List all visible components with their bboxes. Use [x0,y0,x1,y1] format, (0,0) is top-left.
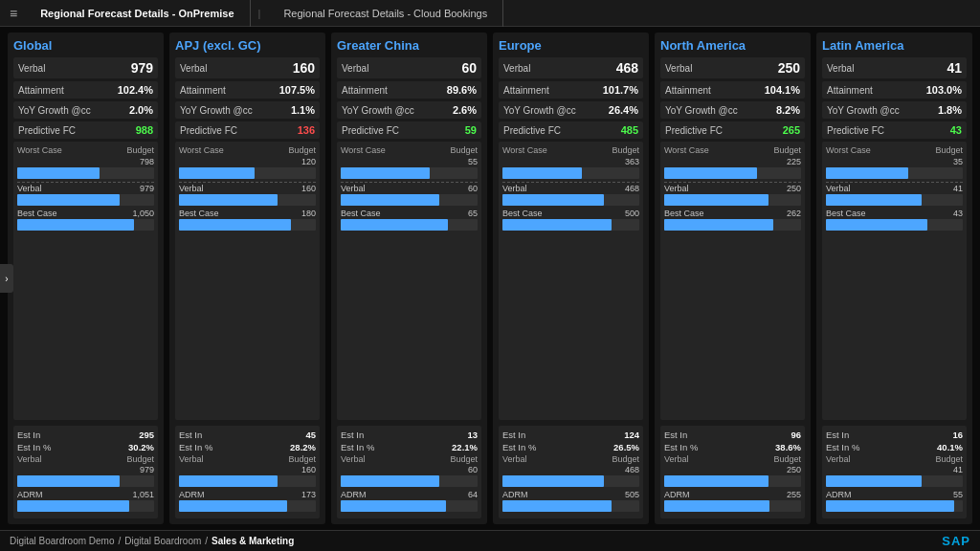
chart-header-apj: Worst Case Budget [179,145,316,155]
verbal2-val-apj: 160 [301,465,316,474]
worst-bar-row-europe: 363 [502,157,639,179]
best-bar-row-north_america: Best Case 262 [664,209,801,231]
verbal2-bar-fill-global [17,475,120,487]
bottom-bars-europe: Verbal Budget 468 ADRM 505 [502,454,639,512]
est-in-pct-value-greater_china: 22.1% [452,442,478,452]
yoy-value-latin_america: 1.8% [938,104,962,116]
worst-bar-fill-europe [502,167,582,179]
budget2-label-latin_america: Budget [935,454,963,464]
chart-section-apj: Worst Case Budget 120 Verbal 160 [175,142,320,420]
worst-bar-greater_china [341,167,478,179]
verbal-value-europe: 468 [616,60,638,76]
adrm-val-apj: 173 [301,490,316,499]
attainment-row-europe: Attainment 101.7% [499,81,643,99]
tab-cloud[interactable]: Regional Forecast Details - Cloud Bookin… [268,0,503,27]
bottom-bars-north_america: Verbal Budget 250 ADRM 255 [664,454,801,512]
verbal-bar-row-apj: Verbal 160 [179,184,316,206]
best-val-greater_china: 65 [468,209,478,218]
verbal-value-north_america: 250 [778,60,800,76]
predictive-label: Predictive FC [18,125,76,136]
est-in-row-global: Est In 295 [17,430,154,440]
tab-onpremise[interactable]: Regional Forecast Details - OnPremise [25,0,250,27]
region-card-europe: Europe Verbal 468 Attainment 101.7% YoY … [493,33,649,524]
verbal-bar-fill-europe [502,194,604,206]
adrm-val-global: 1,051 [132,490,154,499]
verbal-bar-row-europe: Verbal 468 [502,184,639,206]
yoy-value-greater_china: 2.6% [453,104,477,116]
est-in-pct-value-europe: 26.5% [613,442,639,452]
breadcrumb-2[interactable]: Digital Boardroom [124,536,201,546]
attainment-row-greater_china: Attainment 89.6% [337,81,481,99]
worst-bar-latin_america [826,167,963,179]
worst-case-label-global: Worst Case [17,145,62,155]
footer-bar: Digital Boardroom Demo / Digital Boardro… [0,530,980,551]
est-in-pct-value-latin_america: 40.1% [937,442,963,452]
yoy-row-north_america: YoY Growth @cc 8.2% [660,101,805,119]
best-bar-global [17,219,154,231]
adrm-bar-global [17,500,154,512]
adrm-bar-fill-latin_america [826,500,954,512]
bottom-chart-header-greater_china: Verbal Budget [341,454,478,464]
best-case-label-europe: Best Case [502,209,543,218]
est-in-pct-label-greater_china: Est In % [341,442,374,452]
verbal-row-global: Verbal 979 [13,57,158,78]
verbal-row-north_america: Verbal 250 [660,57,805,78]
est-in-pct-value-north_america: 38.6% [775,442,801,452]
verbal-label-apj: Verbal [180,63,207,74]
predictive-value-apj: 136 [298,124,315,136]
est-in-value-north_america: 96 [791,430,801,440]
worst-val-latin_america: 35 [953,157,963,166]
verbal-bar-row-latin_america: Verbal 41 [826,184,963,206]
breadcrumb-sep-2: / [205,536,208,546]
region-card-latin_america: Latin America Verbal 41 Attainment 103.0… [816,33,972,524]
bottom-bars-global: Verbal Budget 979 ADRM 1,051 [17,454,154,512]
chart-section-greater_china: Worst Case Budget 55 Verbal 60 [337,142,481,420]
predictive-row-europe: Predictive FC 485 [499,121,643,139]
adrm-bar-fill-north_america [664,500,769,512]
worst-bar-global [17,167,154,179]
verbal-row-europe: Verbal 468 [499,57,643,78]
worst-bar-row-apj: 120 [179,157,316,179]
sap-logo: SAP [942,534,970,548]
regions-grid: Global Verbal 979 Attainment 102.4% YoY … [8,33,972,524]
est-in-pct-value-global: 30.2% [128,442,154,452]
verbal2-bar-fill-greater_china [341,475,439,487]
worst-bar-row-latin_america: 35 [826,157,963,179]
est-in-pct-row-latin_america: Est In % 40.1% [826,442,963,452]
yoy-label: YoY Growth @cc [503,105,576,116]
verbal-bar-val-apj: 160 [301,184,316,193]
verbal-bar-label-apj: Verbal [179,184,204,193]
region-card-apj: APJ (excl. GC) Verbal 160 Attainment 107… [169,33,325,524]
breadcrumb-1[interactable]: Digital Boardroom Demo [10,536,115,546]
verbal2-bar-fill-apj [179,475,278,487]
verbal-label-europe: Verbal [503,63,530,74]
bottom-chart-header-global: Verbal Budget [17,454,154,464]
est-in-value-greater_china: 13 [467,430,478,440]
chart-section-europe: Worst Case Budget 363 Verbal 468 [499,142,643,420]
adrm-label-europe: ADRM [502,490,528,499]
worst-bar-row-greater_china: 55 [341,157,478,179]
region-title-europe: Europe [499,38,643,53]
verbal-label-north_america: Verbal [665,63,692,74]
chart-section-latin_america: Worst Case Budget 35 Verbal 41 [822,142,967,420]
yoy-label: YoY Growth @cc [180,105,253,116]
verbal2-val-global: 979 [140,465,154,474]
verbal2-label-europe: Verbal [502,454,527,464]
verbal2-bar-row-global: 979 [17,465,154,487]
verbal2-val-north_america: 250 [787,465,801,474]
predictive-label: Predictive FC [180,125,237,136]
worst-val-global: 798 [140,157,154,166]
nav-arrow-left[interactable]: › [0,264,13,293]
worst-bar-row-north_america: 225 [664,157,801,179]
adrm-bar-fill-apj [179,500,287,512]
predictive-value-europe: 485 [621,124,638,136]
chart-header-north_america: Worst Case Budget [664,145,801,155]
breadcrumb-3[interactable]: Sales & Marketing [212,536,294,546]
breadcrumb-sep-1: / [119,536,122,546]
predictive-label: Predictive FC [827,125,884,136]
verbal2-bar-north_america [664,475,801,487]
region-card-global: Global Verbal 979 Attainment 102.4% YoY … [8,33,164,524]
verbal2-bar-apj [179,475,316,487]
budget-label-latin_america: Budget [935,145,963,155]
menu-icon[interactable]: ≡ [10,6,17,21]
